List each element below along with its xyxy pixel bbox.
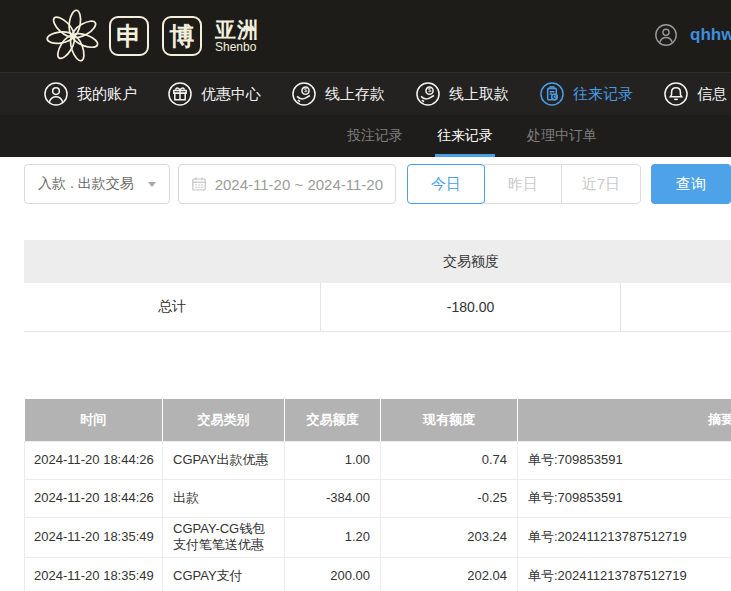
withdraw-icon: $ [415, 81, 441, 107]
cell-amount: 200.00 [285, 558, 381, 591]
cell-summary: 单号:202411213787512719 [518, 517, 731, 558]
nav-label: 我的账户 [77, 85, 137, 104]
table-row: 2024-11-20 18:35:49 CGPAY-CG钱包支付笔笔送优惠 1.… [25, 517, 731, 558]
col-header-amount: 交易额度 [285, 399, 381, 441]
col-header-summary: 摘要 [518, 399, 731, 441]
cell-amount: 1.20 [285, 517, 381, 558]
nav-label: 线上取款 [449, 85, 509, 104]
summary-table: 交易额度 总计 -180.00 [24, 240, 731, 332]
nav-item-transaction-records[interactable]: 往来记录 [539, 81, 633, 107]
username-text: qhhw [690, 25, 731, 45]
cell-amount: -384.00 [285, 479, 381, 517]
records-icon [539, 81, 565, 107]
logo-region-cn: 亚洲 [215, 19, 259, 41]
nav-label: 信息 [697, 85, 727, 104]
tab-bet-records[interactable]: 投注记录 [345, 115, 405, 157]
logo-region-en: Shenbo [215, 41, 259, 54]
summary-total-value: -180.00 [321, 283, 621, 331]
cell-time: 2024-11-20 18:35:49 [25, 517, 163, 558]
cell-type: CGPAY-CG钱包支付笔笔送优惠 [163, 517, 285, 558]
bell-icon [663, 81, 689, 107]
cell-balance: -0.25 [381, 479, 518, 517]
gift-icon [167, 81, 193, 107]
last7days-button[interactable]: 近7日 [561, 164, 641, 204]
deposit-icon: $ [291, 81, 317, 107]
transactions-table: 时间 交易类别 交易额度 现有额度 摘要 2024-11-20 18:44:26… [24, 399, 731, 591]
summary-total-row: 总计 -180.00 [24, 283, 731, 332]
table-row: 2024-11-20 18:35:49 CGPAY支付 200.00 202.0… [25, 558, 731, 591]
summary-total-label: 总计 [24, 283, 321, 331]
tab-processing-orders[interactable]: 处理中订单 [525, 115, 599, 157]
cell-time: 2024-11-20 18:44:26 [25, 441, 163, 479]
logo-char-shen: 申 [109, 16, 149, 56]
cell-type: CGPAY出款优惠 [163, 441, 285, 479]
tab-transaction-records[interactable]: 往来记录 [435, 115, 495, 157]
cell-type: CGPAY支付 [163, 558, 285, 591]
user-account[interactable]: qhhw [654, 23, 731, 47]
logo-char-bo: 博 [162, 16, 202, 56]
nav-label: 往来记录 [573, 85, 633, 104]
page: 申 博 亚洲 Shenbo qhhw 我的账户 [0, 0, 731, 591]
cell-summary: 单号:709853591 [518, 479, 731, 517]
cell-summary: 单号:709853591 [518, 441, 731, 479]
nav-item-promotions[interactable]: 优惠中心 [167, 81, 261, 107]
chevron-down-icon [148, 182, 156, 187]
sub-tabs: 投注记录 往来记录 处理中订单 [0, 115, 731, 157]
search-button[interactable]: 查询 [651, 164, 731, 204]
main-nav: 我的账户 优惠中心 $ 线上存款 [0, 72, 731, 115]
today-button[interactable]: 今日 [407, 164, 485, 204]
yesterday-button[interactable]: 昨日 [484, 164, 562, 204]
filter-bar: 入款 . 出款交易 2024-11-20 ~ 2024-11-20 今日 昨日 … [0, 157, 731, 204]
cell-summary: 单号:202411213787512719 [518, 558, 731, 591]
nav-item-withdraw[interactable]: $ 线上取款 [415, 81, 509, 107]
transaction-type-value: 入款 . 出款交易 [38, 175, 134, 193]
quick-date-group: 今日 昨日 近7日 [407, 164, 641, 204]
nav-item-deposit[interactable]: $ 线上存款 [291, 81, 385, 107]
date-range-value: 2024-11-20 ~ 2024-11-20 [215, 176, 383, 193]
table-header-row: 时间 交易类别 交易额度 现有额度 摘要 [25, 399, 731, 441]
nav-label: 线上存款 [325, 85, 385, 104]
logo-region: 亚洲 Shenbo [215, 19, 259, 54]
site-logo[interactable]: 申 博 亚洲 Shenbo [45, 8, 259, 64]
user-avatar-icon [654, 23, 678, 47]
summary-total-empty [621, 283, 731, 331]
cell-time: 2024-11-20 18:35:49 [25, 558, 163, 591]
cell-amount: 1.00 [285, 441, 381, 479]
user-icon [43, 81, 69, 107]
cell-time: 2024-11-20 18:44:26 [25, 479, 163, 517]
summary-header-amount: 交易额度 [321, 253, 621, 271]
nav-item-messages[interactable]: 信息 [663, 81, 727, 107]
top-header: 申 博 亚洲 Shenbo qhhw [0, 0, 731, 72]
col-header-time: 时间 [25, 399, 163, 441]
cell-balance: 203.24 [381, 517, 518, 558]
cell-balance: 0.74 [381, 441, 518, 479]
col-header-balance: 现有额度 [381, 399, 518, 441]
calendar-icon [191, 176, 207, 192]
transaction-type-select[interactable]: 入款 . 出款交易 [24, 164, 170, 204]
table-row: 2024-11-20 18:44:26 CGPAY出款优惠 1.00 0.74 … [25, 441, 731, 479]
date-range-input[interactable]: 2024-11-20 ~ 2024-11-20 [178, 164, 396, 204]
nav-item-my-account[interactable]: 我的账户 [43, 81, 137, 107]
table-row: 2024-11-20 18:44:26 出款 -384.00 -0.25 单号:… [25, 479, 731, 517]
flower-logo-icon [45, 8, 101, 64]
cell-balance: 202.04 [381, 558, 518, 591]
col-header-type: 交易类别 [163, 399, 285, 441]
cell-type: 出款 [163, 479, 285, 517]
summary-header-row: 交易额度 [24, 240, 731, 283]
nav-label: 优惠中心 [201, 85, 261, 104]
